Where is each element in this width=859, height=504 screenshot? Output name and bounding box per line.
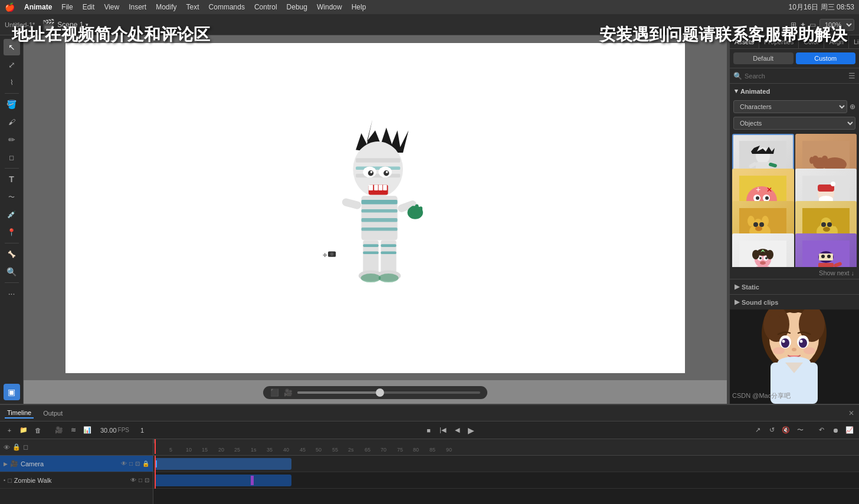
svg-point-80 bbox=[753, 222, 758, 227]
ruler-mark-20: 20 bbox=[218, 447, 224, 453]
brush-tool[interactable]: 🖌 bbox=[4, 114, 20, 130]
layer-outline-camera[interactable]: ⊡ bbox=[135, 460, 140, 467]
camera-track-block[interactable] bbox=[155, 458, 291, 470]
canvas-area[interactable]: ✛ ⬛ 🎥 bbox=[24, 35, 727, 404]
record-button[interactable]: ⏺ bbox=[830, 424, 841, 436]
tab-properties[interactable]: Properties bbox=[759, 35, 799, 48]
camera-button[interactable]: 🎥 bbox=[53, 424, 65, 436]
sound-toggle[interactable]: 🔇 bbox=[780, 424, 792, 436]
symbol-tool[interactable]: ▣ bbox=[4, 384, 20, 400]
zoom-tool[interactable]: 🔍 bbox=[4, 263, 20, 280]
tab-library[interactable]: Library bbox=[849, 35, 859, 48]
menu-window[interactable]: Window bbox=[317, 3, 342, 11]
progress-track[interactable] bbox=[297, 391, 480, 394]
prev-frame-button[interactable]: ◀ bbox=[451, 424, 463, 436]
camera-playback-icon[interactable]: 🎥 bbox=[284, 388, 293, 397]
tab-color[interactable]: Color bbox=[799, 35, 824, 48]
stop-button[interactable]: ■ bbox=[423, 424, 435, 436]
lasso-tool[interactable]: ⌇ bbox=[4, 74, 20, 91]
loop-button[interactable]: ↺ bbox=[766, 424, 778, 436]
eyedropper-tool[interactable]: 💉 bbox=[4, 206, 20, 223]
play-button[interactable]: ▶ bbox=[465, 424, 477, 436]
output-tab[interactable]: Output bbox=[41, 409, 65, 418]
zombie-keyframe[interactable] bbox=[251, 476, 254, 485]
layer-camera-icon2[interactable]: 🔒 bbox=[142, 460, 149, 467]
motion-button[interactable]: ≋ bbox=[67, 424, 79, 436]
zoom-select[interactable]: 100% 75% 50% 150% bbox=[819, 19, 854, 31]
layer-row-zombie[interactable]: • □ Zombie Walk 👁 □ ⊡ bbox=[0, 472, 153, 489]
objects-dropdown-row: Objects bbox=[730, 115, 859, 131]
asset-item-ninja[interactable] bbox=[795, 233, 857, 267]
timeline-tab[interactable]: Timeline bbox=[5, 408, 34, 419]
svg-rect-13 bbox=[374, 185, 378, 190]
graph-button[interactable]: 📊 bbox=[81, 424, 93, 436]
bone-tool[interactable]: 🦴 bbox=[4, 246, 20, 262]
svg-rect-132 bbox=[769, 315, 780, 339]
text-tool[interactable]: T bbox=[4, 171, 20, 187]
apple-menu[interactable]: 🍎 bbox=[5, 2, 15, 12]
search-input[interactable] bbox=[745, 73, 846, 80]
menu-debug[interactable]: Debug bbox=[287, 3, 307, 11]
graph-editor-button[interactable]: 📈 bbox=[844, 424, 855, 436]
new-folder-button[interactable]: 📁 bbox=[18, 424, 29, 436]
select-tool[interactable]: ↖ bbox=[4, 39, 20, 55]
zombie-track-block[interactable] bbox=[155, 475, 291, 486]
frame-icon[interactable]: ▭ bbox=[809, 21, 816, 29]
layer-row-camera[interactable]: ▶ 🎥 Camera 👁 □ ⊡ 🔒 bbox=[0, 456, 153, 472]
custom-button[interactable]: Custom bbox=[796, 52, 856, 64]
animated-section-header[interactable]: ▾ Animated bbox=[730, 84, 859, 98]
layer-eye-camera[interactable]: 👁 bbox=[121, 460, 127, 467]
scene-chevron-icon[interactable]: ▾ bbox=[86, 22, 88, 28]
layer-expand-icon[interactable]: ▶ bbox=[4, 461, 8, 467]
default-button[interactable]: Default bbox=[733, 52, 794, 64]
list-view-icon[interactable]: ☰ bbox=[848, 71, 855, 80]
layer-outline-zombie[interactable]: ⊡ bbox=[145, 477, 149, 483]
step-back-button[interactable]: |◀ bbox=[437, 424, 449, 436]
menu-view[interactable]: View bbox=[104, 3, 119, 11]
export-button[interactable]: ↗ bbox=[752, 424, 763, 436]
layers-outline-icon[interactable]: ◻ bbox=[23, 443, 28, 451]
layers-lock-icon[interactable]: 🔒 bbox=[12, 443, 21, 451]
eraser-tool[interactable]: ◻ bbox=[4, 149, 20, 166]
tab-assets[interactable]: Assets bbox=[730, 35, 759, 48]
snap-icon[interactable]: ✦ bbox=[800, 21, 806, 29]
curve-tool[interactable]: 〜 bbox=[4, 189, 20, 205]
undo-button[interactable]: ↶ bbox=[815, 424, 827, 436]
asset-item-pink-char[interactable] bbox=[732, 233, 794, 267]
sound-section-header[interactable]: ▶ Sound clips bbox=[730, 295, 859, 309]
layer-lock-camera[interactable]: □ bbox=[129, 460, 133, 467]
layer-eye-zombie[interactable]: 👁 bbox=[130, 477, 136, 483]
menu-insert[interactable]: Insert bbox=[129, 3, 146, 11]
timeline-collapse-icon[interactable]: ✕ bbox=[848, 409, 854, 417]
menu-edit[interactable]: Edit bbox=[83, 3, 95, 11]
main-layout: ↖ ⤢ ⌇ 🪣 🖌 ✏ ◻ T 〜 💉 📍 🦴 🔍 ··· ▣ bbox=[0, 35, 859, 404]
scene-selector[interactable]: 🎬 Scene 1 ▾ bbox=[42, 18, 88, 31]
menu-control[interactable]: Control bbox=[254, 3, 277, 11]
static-section-header[interactable]: ▶ Static bbox=[730, 279, 859, 294]
tab-align[interactable]: Align bbox=[824, 35, 848, 48]
filter-icon[interactable]: ⊕ bbox=[850, 103, 855, 111]
menu-text[interactable]: Text bbox=[186, 3, 199, 11]
right-panel: Assets Properties Color Align Library De… bbox=[729, 35, 859, 404]
pencil-tool[interactable]: ✏ bbox=[4, 131, 20, 148]
delete-layer-button[interactable]: 🗑 bbox=[32, 424, 44, 436]
menu-file[interactable]: File bbox=[61, 3, 73, 11]
paint-bucket-tool[interactable]: 🪣 bbox=[4, 96, 20, 113]
show-next-button[interactable]: Show next ↓ bbox=[730, 267, 859, 279]
menu-help[interactable]: Help bbox=[352, 3, 366, 11]
pin-tool[interactable]: 📍 bbox=[4, 224, 20, 241]
grid-icon[interactable]: ⊞ bbox=[791, 21, 796, 29]
layers-eye-icon[interactable]: 👁 bbox=[4, 444, 10, 451]
characters-dropdown[interactable]: Characters bbox=[733, 100, 847, 113]
record-icon[interactable]: ⬛ bbox=[270, 388, 279, 397]
objects-dropdown[interactable]: Objects bbox=[733, 117, 855, 130]
transform-tool[interactable]: ⤢ bbox=[4, 57, 20, 73]
progress-thumb[interactable] bbox=[376, 388, 384, 397]
layer-lock-zombie[interactable]: □ bbox=[139, 477, 142, 483]
menu-modify[interactable]: Modify bbox=[156, 3, 176, 11]
document-tab[interactable]: Untitled-1* bbox=[5, 21, 35, 28]
more-tools[interactable]: ··· bbox=[4, 285, 20, 302]
waveform-button[interactable]: 〜 bbox=[794, 424, 806, 436]
menu-commands[interactable]: Commands bbox=[209, 3, 245, 11]
new-layer-button[interactable]: + bbox=[4, 424, 15, 436]
